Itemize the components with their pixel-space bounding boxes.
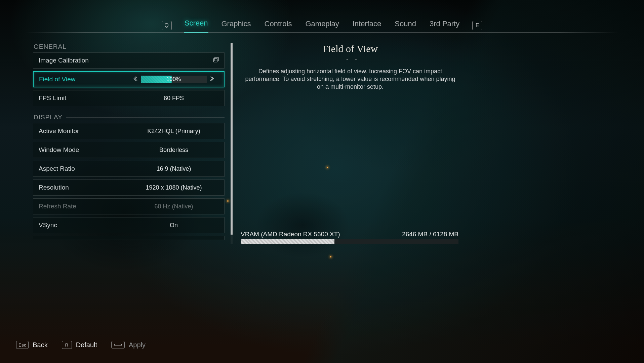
option-image-calibration[interactable]: Image Calibration	[33, 52, 225, 69]
prev-tab-key[interactable]: Q	[162, 21, 172, 30]
scrollbar-thumb[interactable]	[231, 43, 233, 235]
footer-apply-label: Apply	[129, 341, 146, 349]
option-value: 60 Hz (Native)	[154, 203, 193, 210]
info-title: Field of View	[241, 43, 460, 54]
tab-controls[interactable]: Controls	[264, 18, 293, 33]
option-label: Aspect Ratio	[39, 165, 129, 172]
fov-slider[interactable]: 100%	[129, 76, 218, 83]
option-label: Image Calibration	[39, 57, 129, 64]
section-title: GENERAL	[34, 43, 67, 50]
settings-tab-bar: Q Screen Graphics Controls Gameplay Inte…	[0, 17, 644, 33]
settings-scrollbar[interactable]	[231, 43, 233, 244]
footer-apply: Apply	[111, 341, 146, 349]
option-field-of-view[interactable]: Field of View 100%	[33, 71, 225, 87]
footer-back-label: Back	[33, 341, 47, 349]
option-window-mode[interactable]: Window Mode Borderless	[33, 142, 225, 158]
footer-default[interactable]: R Default	[62, 341, 97, 349]
settings-left-column: GENERAL Image Calibration Field of View	[33, 43, 225, 240]
tab-screen[interactable]: Screen	[184, 17, 209, 33]
vram-panel: VRAM (AMD Radeon RX 5600 XT) 2646 MB / 6…	[241, 231, 458, 244]
option-active-monitor[interactable]: Active Monitor K242HQL (Primary)	[33, 123, 225, 139]
vram-bar-fill	[241, 239, 334, 244]
option-vsync[interactable]: VSync On	[33, 217, 225, 233]
vram-label: VRAM (AMD Radeon RX 5600 XT)	[241, 231, 340, 238]
option-aspect-ratio[interactable]: Aspect Ratio 16:9 (Native)	[33, 161, 225, 177]
vram-usage-text: 2646 MB / 6128 MB	[402, 231, 458, 238]
option-fps-limit[interactable]: FPS Limit 60 FPS	[33, 90, 225, 106]
info-rule	[242, 60, 458, 60]
vram-bar	[241, 239, 458, 244]
slider-decrease-icon[interactable]	[133, 76, 137, 82]
esc-key-icon: Esc	[16, 341, 29, 349]
open-submenu-icon	[213, 56, 219, 65]
footer-default-label: Default	[76, 341, 97, 349]
svg-rect-0	[215, 57, 218, 61]
tab-graphics[interactable]: Graphics	[220, 18, 251, 33]
option-info-panel: Field of View Defines adjusting horizont…	[241, 43, 460, 91]
section-rule	[70, 47, 225, 47]
tab-gameplay[interactable]: Gameplay	[305, 18, 339, 33]
next-tab-key[interactable]: E	[472, 21, 482, 30]
svg-rect-1	[214, 58, 217, 62]
footer-actions: Esc Back R Default Apply	[16, 341, 146, 349]
tab-interface[interactable]: Interface	[352, 18, 382, 33]
option-label: Resolution	[39, 184, 129, 191]
tab-sound[interactable]: Sound	[394, 18, 417, 33]
option-label: Refresh Rate	[39, 203, 129, 210]
footer-back[interactable]: Esc Back	[16, 341, 48, 349]
option-label: Field of View	[39, 76, 129, 83]
ember-particle	[330, 256, 331, 257]
option-label: FPS Limit	[39, 94, 129, 102]
option-value: On	[170, 222, 178, 229]
option-label: VSync	[39, 221, 129, 229]
tab-3rd-party[interactable]: 3rd Party	[429, 18, 460, 33]
r-key-icon: R	[62, 341, 72, 349]
slider-track[interactable]: 100%	[141, 76, 207, 83]
slider-value-text: 100%	[166, 76, 181, 83]
option-value: K242HQL (Primary)	[147, 128, 200, 134]
section-rule	[66, 117, 225, 118]
option-label: Active Monitor	[39, 127, 129, 135]
tab-underline	[26, 32, 618, 33]
info-description: Defines adjusting horizontal field of vi…	[241, 68, 460, 91]
option-row-cutoff[interactable]	[33, 236, 225, 240]
space-key-icon	[111, 341, 125, 349]
section-header-display: DISPLAY	[34, 114, 225, 121]
option-value: 1920 x 1080 (Native)	[146, 184, 202, 191]
section-header-general: GENERAL	[34, 43, 225, 50]
section-title: DISPLAY	[34, 114, 63, 121]
option-refresh-rate: Refresh Rate 60 Hz (Native)	[33, 198, 225, 214]
slider-increase-icon[interactable]	[210, 76, 215, 82]
option-value: Borderless	[159, 147, 188, 153]
option-value: 16:9 (Native)	[156, 165, 191, 172]
option-label: Window Mode	[39, 146, 129, 154]
option-value: 60 FPS	[164, 95, 184, 102]
option-resolution[interactable]: Resolution 1920 x 1080 (Native)	[33, 179, 225, 196]
